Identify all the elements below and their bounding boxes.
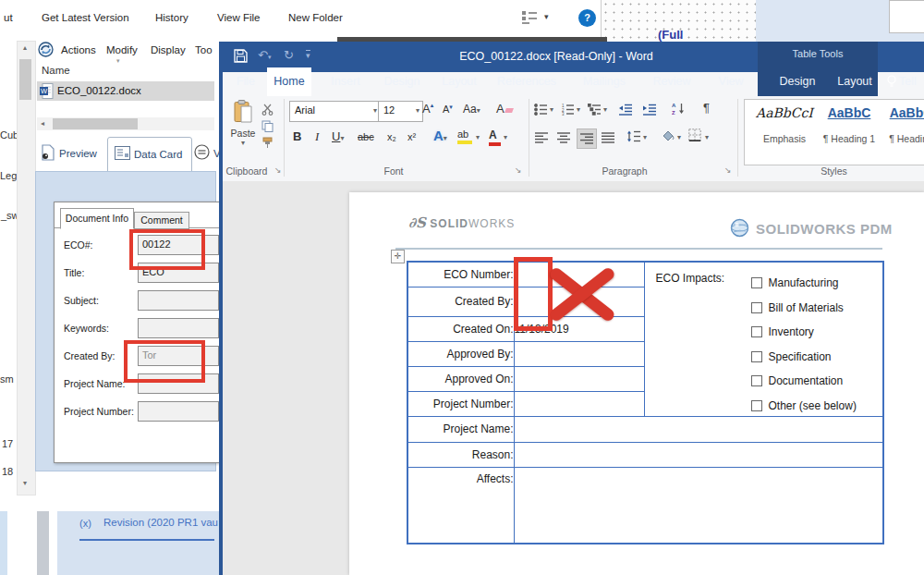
table-value[interactable] bbox=[514, 416, 883, 442]
tab-design[interactable]: Design bbox=[378, 67, 426, 96]
checkbox-icon[interactable] bbox=[751, 326, 762, 337]
eco-table[interactable]: ECO Number: - ECO Impacts: Manufacturing… bbox=[407, 261, 884, 544]
tab-mailings[interactable]: Mailings bbox=[576, 67, 633, 96]
font-size-select[interactable]: 12▾ bbox=[378, 101, 423, 122]
tab-view[interactable]: View bbox=[711, 67, 751, 96]
checkbox-icon[interactable] bbox=[751, 302, 762, 313]
justify-button[interactable] bbox=[599, 128, 617, 147]
text-effects-button[interactable]: A▾ bbox=[433, 128, 447, 143]
increase-indent-icon[interactable] bbox=[642, 103, 657, 119]
decrease-indent-icon[interactable] bbox=[618, 103, 633, 119]
tree-item[interactable]: sm bbox=[0, 373, 14, 385]
shrink-font-button[interactable]: A▾ bbox=[443, 104, 453, 115]
tab-review[interactable]: Review bbox=[646, 67, 698, 96]
list-view-icon[interactable] bbox=[521, 9, 538, 30]
align-center-button[interactable] bbox=[554, 128, 573, 147]
multilevel-list-icon[interactable] bbox=[588, 103, 602, 119]
table-value[interactable] bbox=[514, 366, 644, 391]
table-move-handle-icon[interactable]: ✛ bbox=[391, 250, 405, 263]
font-color-button[interactable]: A bbox=[489, 128, 501, 146]
pilcrow-icon[interactable]: ¶ bbox=[703, 101, 710, 115]
toolbar-item-checkout[interactable]: ut bbox=[4, 12, 13, 23]
line-spacing-dropdown-icon[interactable]: ▾ bbox=[643, 133, 647, 141]
list-view-dropdown-icon[interactable]: ▾ bbox=[544, 12, 549, 21]
scrollbar-thumb[interactable] bbox=[53, 118, 138, 129]
italic-button[interactable]: I bbox=[315, 129, 319, 144]
pdm-menu-actions[interactable]: Actions bbox=[61, 44, 96, 55]
tab-file[interactable]: File bbox=[228, 67, 263, 96]
card-tab-document-info[interactable]: Document Info bbox=[60, 208, 134, 229]
field-input-subject[interactable] bbox=[138, 290, 219, 311]
document-page[interactable]: ∂S SOLIDWORKS SOLIDWORKS PDM ✛ ECO Numbe… bbox=[349, 192, 924, 575]
tab-home[interactable]: Home bbox=[267, 67, 311, 96]
tab-menu-icon[interactable] bbox=[194, 144, 210, 164]
numbering-icon[interactable]: 123 bbox=[561, 103, 575, 119]
help-icon[interactable]: ? bbox=[578, 9, 596, 27]
checkbox-icon[interactable] bbox=[751, 400, 762, 411]
qat-customize-icon[interactable]: ▾ bbox=[306, 50, 310, 60]
cut-icon[interactable] bbox=[261, 103, 274, 119]
highlight-button[interactable]: ab bbox=[457, 128, 472, 144]
pdm-actions-icon[interactable] bbox=[38, 42, 54, 61]
scroll-up-icon[interactable]: ▴ bbox=[23, 44, 27, 52]
revision-variable-label[interactable]: Revision (2020 PR1 vau bbox=[103, 517, 218, 528]
style-emphasis[interactable]: AaBbCcI Emphasis bbox=[754, 105, 815, 144]
table-value[interactable] bbox=[514, 391, 644, 416]
numbering-dropdown-icon[interactable]: ▾ bbox=[577, 105, 580, 114]
font-dialog-launcher-icon[interactable]: ↘ bbox=[515, 165, 522, 175]
table-value[interactable] bbox=[514, 341, 644, 366]
checkbox-icon[interactable] bbox=[751, 375, 762, 386]
superscript-button[interactable]: x² bbox=[407, 131, 416, 142]
align-right-button[interactable] bbox=[577, 128, 597, 149]
tab-references[interactable]: References bbox=[491, 67, 563, 96]
undo-icon[interactable]: ↶▾ bbox=[258, 48, 271, 62]
checkbox-icon[interactable] bbox=[751, 351, 762, 362]
tab-layout[interactable]: Layout bbox=[435, 67, 483, 96]
shading-dropdown-icon[interactable]: ▾ bbox=[677, 133, 681, 141]
tree-item[interactable]: Leg bbox=[0, 170, 17, 181]
scroll-left-icon[interactable]: ◂ bbox=[41, 120, 44, 128]
tab-table-layout[interactable]: Layout bbox=[831, 67, 879, 96]
line-spacing-icon[interactable] bbox=[626, 129, 641, 146]
name-column-header[interactable]: Name bbox=[42, 65, 70, 76]
tab-data-card[interactable]: Data Card bbox=[107, 137, 192, 172]
file-row[interactable]: W ECO_00122.docx bbox=[37, 81, 214, 101]
paragraph-dialog-launcher-icon[interactable]: ↘ bbox=[724, 165, 732, 175]
strikethrough-button[interactable]: abc bbox=[358, 131, 374, 142]
tab-table-design[interactable]: Design bbox=[773, 67, 821, 96]
field-input-project-number[interactable] bbox=[138, 401, 219, 422]
paste-button[interactable]: Paste ▾ bbox=[226, 100, 260, 157]
align-left-button[interactable] bbox=[532, 128, 551, 147]
font-color-dropdown-icon[interactable]: ▾ bbox=[504, 133, 507, 141]
borders-dropdown-icon[interactable]: ▾ bbox=[705, 133, 709, 141]
underline-button[interactable]: U▾ bbox=[332, 129, 344, 143]
field-input-keywords[interactable] bbox=[138, 318, 219, 338]
pdm-menu-tools[interactable]: Too bbox=[195, 44, 213, 55]
style-heading1[interactable]: AaBbC ¶ Heading 1 bbox=[819, 105, 880, 144]
tree-scrollbar[interactable]: ▴ ▾ bbox=[17, 41, 36, 495]
toolbar-item-history[interactable]: History bbox=[155, 12, 188, 23]
tree-item[interactable]: 18 bbox=[2, 466, 13, 477]
multilevel-dropdown-icon[interactable]: ▾ bbox=[603, 105, 607, 114]
copy-icon[interactable] bbox=[261, 119, 274, 136]
scroll-down-icon[interactable]: ▾ bbox=[23, 480, 27, 487]
tab-insert[interactable]: Insert bbox=[322, 67, 369, 96]
toolbar-item-get-latest-version[interactable]: Get Latest Version bbox=[42, 12, 129, 23]
grow-font-button[interactable]: A▴ bbox=[422, 102, 433, 116]
tree-item[interactable]: 17 bbox=[2, 438, 13, 449]
save-icon[interactable] bbox=[234, 49, 248, 67]
bullets-dropdown-icon[interactable]: ▾ bbox=[550, 105, 553, 114]
sort-icon[interactable]: AZ bbox=[672, 102, 686, 118]
change-case-button[interactable]: Aa▾ bbox=[463, 103, 480, 116]
pdm-menu-modify[interactable]: Modify bbox=[106, 44, 138, 55]
table-value[interactable] bbox=[514, 442, 883, 467]
chevron-down-icon[interactable]: ▾ bbox=[116, 57, 120, 65]
subscript-button[interactable]: x₂ bbox=[387, 131, 396, 142]
style-heading2[interactable]: AaBbC ¶ Heading bbox=[883, 105, 924, 144]
highlight-dropdown-icon[interactable]: ▾ bbox=[476, 133, 480, 141]
tell-me-label[interactable]: Tell bbox=[899, 67, 924, 96]
clipboard-dialog-launcher-icon[interactable]: ↘ bbox=[274, 165, 282, 175]
file-list-hscrollbar[interactable]: ◂ bbox=[37, 117, 214, 130]
scrollbar-thumb[interactable] bbox=[19, 59, 31, 100]
shading-icon[interactable] bbox=[661, 129, 675, 146]
